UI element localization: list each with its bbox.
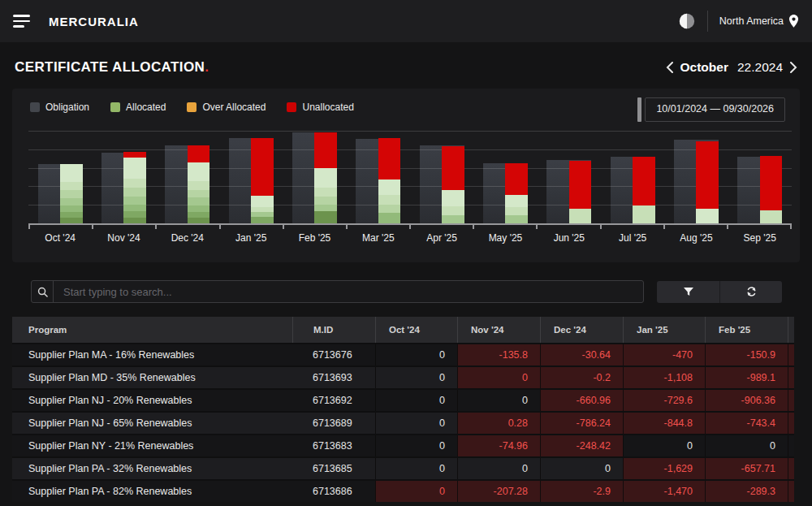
allocation-stack-bar[interactable]: [123, 131, 145, 223]
next-date-button[interactable]: [790, 62, 797, 73]
axis-label: Sep '25: [728, 232, 792, 244]
next-month-partial-cell: [788, 390, 794, 411]
table-actions: [657, 281, 782, 303]
table-row[interactable]: Supplier Plan MA - 16% Renewables6713676…: [12, 343, 794, 365]
allocation-stack-bar[interactable]: [251, 131, 273, 223]
legend-item-unallocated[interactable]: Unallocated: [287, 102, 353, 113]
axis-label: Apr '25: [410, 232, 473, 244]
value-cell: 0: [375, 367, 457, 388]
axis-tick: [600, 225, 663, 229]
allocated-segment: [505, 195, 527, 223]
column-header-oct-24[interactable]: Oct '24: [375, 317, 457, 343]
program-cell: Supplier Plan MA - 16% Renewables: [12, 344, 292, 365]
allocated-segment: [251, 196, 273, 223]
allocation-stack-bar[interactable]: [760, 131, 782, 223]
axis-label: Mar '25: [347, 232, 410, 244]
table-row[interactable]: Supplier Plan NJ - 65% Renewables6713689…: [12, 411, 794, 434]
legend-swatch: [187, 102, 197, 112]
column-header-feb-25[interactable]: Feb '25: [705, 317, 788, 343]
allocation-stack-bar[interactable]: [505, 131, 527, 223]
unallocated-segment: [188, 145, 209, 162]
unallocated-segment: [760, 156, 782, 210]
legend-item-over-allocated[interactable]: Over Allocated: [187, 102, 266, 113]
value-cell-alert: -1,108: [623, 367, 705, 388]
table-row[interactable]: Supplier Plan NJ - 20% Renewables6713692…: [12, 388, 794, 411]
column-header-m-id[interactable]: M.ID: [292, 317, 375, 343]
allocation-stack-bar[interactable]: [60, 131, 82, 223]
value-cell-alert: -743.4: [705, 413, 788, 434]
x-axis-labels: Oct '24Nov '24Dec '24Jan '25Feb '25Mar '…: [28, 232, 792, 244]
unallocated-segment: [569, 161, 591, 209]
axis-tick: [409, 225, 473, 229]
allocation-stack-bar[interactable]: [188, 131, 209, 223]
allocation-stack-bar[interactable]: [314, 131, 336, 223]
region-selector[interactable]: North America: [719, 15, 784, 27]
value-cell: 0: [375, 390, 457, 411]
refresh-button[interactable]: [719, 281, 782, 303]
mid-cell: 6713676: [292, 344, 375, 365]
allocation-stack-bar[interactable]: [378, 131, 400, 223]
value-cell: 0: [623, 435, 705, 456]
page-title-dot: .: [205, 59, 209, 75]
allocation-stack-bar[interactable]: [633, 131, 654, 223]
column-header-dec-24[interactable]: Dec '24: [540, 317, 623, 343]
theme-toggle-icon[interactable]: [678, 12, 696, 30]
value-cell-alert: -470: [623, 344, 705, 365]
stacked-bar-chart: [28, 131, 792, 225]
legend-label: Allocated: [126, 102, 166, 113]
location-pin-icon[interactable]: [788, 15, 799, 28]
allocated-segment: [378, 179, 400, 223]
next-month-partial-cell: [788, 481, 794, 502]
range-handle[interactable]: [637, 97, 641, 122]
axis-label: Nov '24: [92, 232, 155, 244]
mid-cell: 6713693: [292, 367, 375, 388]
value-cell: 0: [540, 458, 623, 479]
value-cell-alert: -30.64: [540, 344, 623, 365]
prev-date-button[interactable]: [666, 62, 673, 73]
date-navigator: October 22.2024: [666, 60, 797, 75]
axis-label: May '25: [473, 232, 537, 244]
value-cell: 0: [705, 435, 788, 456]
axis-tick: [28, 225, 92, 229]
menu-icon[interactable]: [13, 15, 31, 28]
allocation-stack-bar[interactable]: [569, 131, 591, 223]
allocation-stack-bar[interactable]: [696, 131, 718, 223]
axis-tick: [473, 225, 536, 229]
program-cell: Supplier Plan NJ - 65% Renewables: [12, 413, 292, 434]
axis-label: Jan '25: [219, 232, 283, 244]
legend-item-obligation[interactable]: Obligation: [30, 102, 89, 113]
program-cell: Supplier Plan NY - 21% Renewables: [12, 435, 292, 456]
search-input[interactable]: [54, 281, 643, 302]
column-header-jan-25[interactable]: Jan '25: [623, 317, 705, 343]
axis-tick: [92, 225, 155, 229]
allocated-segment: [188, 162, 209, 223]
table-row[interactable]: Supplier Plan MD - 35% Renewables6713693…: [12, 365, 794, 388]
filter-button[interactable]: [657, 281, 719, 303]
value-cell-alert: -289.3: [705, 481, 788, 502]
table-row[interactable]: Supplier Plan NY - 21% Renewables6713683…: [12, 434, 794, 456]
value-cell-alert: -989.1: [705, 367, 788, 388]
table-row[interactable]: Supplier Plan PA - 32% Renewables6713685…: [12, 456, 794, 479]
value-cell: 0: [375, 435, 457, 456]
value-cell-alert: -657.71: [705, 458, 788, 479]
program-cell: Supplier Plan PA - 32% Renewables: [12, 458, 292, 479]
column-header-nov-24[interactable]: Nov '24: [457, 317, 540, 343]
next-month-partial-cell: [788, 344, 794, 365]
value-cell: 0: [375, 413, 457, 434]
table-row[interactable]: Supplier Plan PA - 82% Renewables6713686…: [12, 479, 794, 502]
value-cell-alert: 0: [457, 367, 540, 388]
value-cell-alert: -786.24: [540, 413, 623, 434]
legend-label: Unallocated: [302, 102, 353, 113]
legend-item-allocated[interactable]: Allocated: [110, 102, 166, 113]
value-cell: 0: [375, 458, 457, 479]
allocation-stack-bar[interactable]: [442, 131, 464, 223]
value-cell-alert: 0.28: [457, 413, 540, 434]
allocated-segment: [696, 209, 718, 223]
date-range-picker[interactable]: 10/01/2024 — 09/30/2026: [637, 97, 785, 122]
table-toolbar: [31, 280, 782, 303]
unallocated-segment: [505, 163, 527, 195]
value-cell-alert: -1,470: [623, 481, 705, 502]
column-header-program[interactable]: Program: [12, 317, 292, 343]
unallocated-segment: [442, 146, 464, 190]
legend-label: Obligation: [45, 102, 89, 113]
